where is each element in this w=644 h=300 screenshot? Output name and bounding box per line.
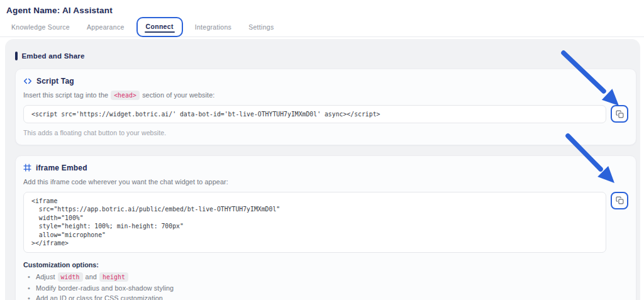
bullet-text: and (86, 273, 97, 281)
tab-appearance[interactable]: Appearance (87, 23, 125, 31)
tab-connect[interactable]: Connect (136, 17, 183, 37)
embed-and-share-heading: Embed and Share (15, 52, 636, 60)
iframe-card-header: iframe Embed (23, 164, 628, 172)
page-title: Agent Name: AI Assistant (6, 6, 113, 15)
code-brackets-icon (23, 77, 32, 86)
script-tag-title: Script Tag (36, 77, 74, 86)
bullet-border-radius: Modify border-radius and box-shadow styl… (23, 284, 628, 292)
width-inline-code: width (58, 272, 83, 282)
iframe-code-row: <iframe src="https://app.botric.ai/publi… (23, 192, 628, 253)
copy-script-button[interactable] (611, 105, 628, 123)
script-tag-description: Insert this script tag into the<head>sec… (23, 91, 628, 99)
script-tag-card-header: Script Tag (23, 77, 628, 86)
height-inline-code: height (99, 272, 128, 282)
iframe-embed-card: iframe Embed Add this iframe code wherev… (15, 155, 636, 300)
description-suffix: section of your website: (142, 91, 214, 99)
iframe-embed-title: iframe Embed (36, 164, 87, 172)
bullet-adjust-width-height: Adjustwidthandheight (23, 272, 628, 282)
tab-bar: Knowledge Source Appearance Connect Inte… (0, 18, 644, 37)
section-title: Embed and Share (22, 52, 85, 60)
script-code-row: <script src='https://widget.botric.ai/' … (23, 105, 628, 123)
iframe-description: Add this iframe code wherever you want t… (23, 178, 628, 186)
bullet-css-customization: Add an ID or class for CSS customization (23, 294, 628, 300)
tab-settings[interactable]: Settings (248, 23, 274, 31)
tab-integrations[interactable]: Integrations (195, 23, 231, 31)
copy-icon (616, 110, 624, 118)
frame-icon (23, 164, 31, 172)
iframe-code-text: <iframe src="https://app.botric.ai/publi… (31, 197, 598, 248)
section-accent-bar (15, 52, 18, 60)
script-code-box: <script src='https://widget.botric.ai/' … (23, 105, 606, 123)
script-code-text: <script src='https://widget.botric.ai/' … (31, 110, 598, 119)
customization-options-heading: Customization options: (23, 261, 628, 269)
copy-icon (616, 196, 624, 204)
bullet-text: Adjust (36, 273, 55, 281)
copy-iframe-button[interactable] (611, 192, 628, 209)
description-prefix: Insert this script tag into the (23, 91, 108, 99)
tab-knowledge-source[interactable]: Knowledge Source (11, 23, 70, 31)
iframe-code-box: <iframe src="https://app.botric.ai/publi… (23, 192, 606, 253)
connect-panel: Embed and Share Script Tag Insert this s… (5, 39, 640, 300)
customization-bullets: Adjustwidthandheight Modify border-radiu… (23, 272, 628, 300)
connect-settings-page: Agent Name: AI Assistant Knowledge Sourc… (0, 0, 644, 300)
head-tag-inline-code: <head> (111, 91, 140, 100)
script-tag-card: Script Tag Insert this script tag into t… (15, 69, 636, 145)
script-footnote: This adds a floating chat button to your… (23, 129, 628, 136)
